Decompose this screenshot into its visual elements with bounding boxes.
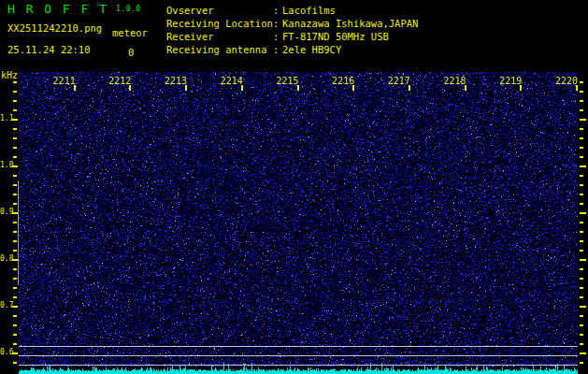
freq-minor-tick-right bbox=[580, 128, 583, 130]
freq-minor-tick-right bbox=[580, 240, 583, 242]
freq-minor-tick bbox=[13, 81, 17, 83]
freq-minor-tick bbox=[13, 100, 17, 102]
freq-minor-tick bbox=[13, 109, 17, 111]
freq-minor-tick bbox=[13, 296, 17, 298]
freq-minor-tick bbox=[13, 137, 17, 139]
freq-major-tick-right bbox=[580, 259, 586, 261]
hrofft-screen: H R O F F T 1.0.0 XX2511242210.png meteo… bbox=[0, 0, 588, 374]
freq-major-tick-right bbox=[580, 119, 586, 121]
time-tick-label: 2212 bbox=[103, 76, 131, 86]
time-tick bbox=[241, 85, 243, 91]
info-separator: : bbox=[273, 30, 282, 43]
info-separator: : bbox=[273, 43, 282, 56]
freq-minor-tick bbox=[13, 343, 17, 345]
info-value: Kanazawa Ishikawa,JAPAN bbox=[282, 17, 418, 30]
reference-line bbox=[19, 355, 578, 356]
mode-label: meteor bbox=[112, 28, 148, 39]
freq-minor-tick-right bbox=[580, 175, 583, 177]
freq-minor-tick-right bbox=[580, 91, 583, 93]
freq-minor-tick-right bbox=[580, 147, 583, 149]
info-row-antenna: Receiving antenna:2ele HB9CY bbox=[166, 43, 418, 56]
freq-minor-tick bbox=[13, 250, 17, 252]
freq-minor-tick-right bbox=[580, 343, 583, 345]
time-tick-label: 2211 bbox=[48, 76, 76, 86]
freq-major-tick bbox=[12, 165, 18, 167]
time-tick bbox=[465, 85, 466, 91]
freq-tick-label: 0.6 bbox=[0, 348, 12, 356]
time-tick-label: 2213 bbox=[159, 76, 187, 86]
freq-tick-label: 0.7 bbox=[0, 301, 12, 309]
freq-minor-tick bbox=[13, 128, 17, 130]
time-tick bbox=[576, 85, 578, 91]
freq-minor-tick bbox=[13, 278, 17, 280]
freq-major-tick-right bbox=[580, 306, 586, 308]
freq-minor-tick bbox=[13, 147, 17, 149]
time-tick-label: 2218 bbox=[438, 76, 466, 86]
freq-minor-tick bbox=[13, 203, 17, 205]
meteor-count: 0 bbox=[128, 48, 134, 59]
info-value: Lacofilms bbox=[282, 4, 336, 17]
time-tick bbox=[409, 85, 410, 91]
info-label: Receiving Location bbox=[166, 17, 273, 30]
freq-minor-tick-right bbox=[580, 184, 583, 186]
station-info: Ovserver:Lacofilms Receiving Location:Ka… bbox=[166, 4, 418, 56]
info-label: Receiving antenna bbox=[166, 43, 273, 56]
freq-minor-tick-right bbox=[580, 194, 583, 195]
freq-major-tick bbox=[12, 259, 18, 261]
freq-minor-tick-right bbox=[580, 296, 583, 298]
level-scale-line bbox=[18, 180, 19, 285]
freq-minor-tick-right bbox=[580, 156, 583, 158]
time-tick bbox=[129, 85, 131, 91]
info-label: Ovserver bbox=[166, 4, 273, 17]
info-row-receiver: Receiver:FT-817ND 50MHz USB bbox=[166, 30, 418, 43]
time-tick-label: 2216 bbox=[326, 76, 354, 86]
output-filename: XX2511242210.png bbox=[7, 23, 102, 35]
freq-minor-tick bbox=[13, 222, 17, 223]
freq-major-tick-right bbox=[580, 212, 586, 214]
reference-line bbox=[19, 365, 578, 366]
freq-minor-tick-right bbox=[580, 334, 583, 336]
time-tick bbox=[352, 85, 354, 91]
info-row-location: Receiving Location:Kanazawa Ishikawa,JAP… bbox=[166, 17, 418, 30]
freq-major-tick bbox=[12, 119, 18, 121]
freq-minor-tick bbox=[13, 324, 17, 326]
freq-minor-tick bbox=[13, 184, 17, 186]
freq-minor-tick bbox=[13, 194, 17, 195]
freq-minor-tick bbox=[13, 175, 17, 177]
freq-minor-tick-right bbox=[580, 81, 583, 83]
freq-major-tick bbox=[12, 306, 18, 308]
freq-minor-tick-right bbox=[580, 268, 583, 270]
freq-minor-tick-right bbox=[580, 250, 583, 252]
reference-line bbox=[19, 346, 578, 347]
time-tick-label: 2214 bbox=[215, 76, 243, 86]
app-version: 1.0.0 bbox=[116, 6, 141, 14]
freq-minor-tick-right bbox=[580, 203, 583, 205]
freq-minor-tick-right bbox=[580, 287, 583, 289]
time-tick-label: 2220 bbox=[550, 76, 578, 86]
freq-major-tick bbox=[12, 212, 18, 214]
freq-minor-tick bbox=[13, 231, 17, 233]
freq-minor-tick bbox=[13, 91, 17, 93]
freq-axis-unit: kHz bbox=[1, 70, 18, 80]
freq-minor-tick-right bbox=[580, 278, 583, 280]
freq-tick-label: 1.1 bbox=[0, 114, 12, 122]
freq-minor-tick-right bbox=[580, 315, 583, 317]
info-value: 2ele HB9CY bbox=[282, 43, 341, 56]
freq-minor-tick-right bbox=[580, 100, 583, 102]
freq-minor-tick bbox=[13, 156, 17, 158]
time-tick bbox=[185, 85, 187, 91]
freq-minor-tick bbox=[13, 287, 17, 289]
freq-minor-tick bbox=[13, 315, 17, 317]
info-separator: : bbox=[273, 17, 282, 30]
freq-tick-label: 0.9 bbox=[0, 208, 12, 216]
freq-minor-tick-right bbox=[580, 324, 583, 326]
time-tick-label: 2219 bbox=[494, 76, 522, 86]
freq-minor-tick bbox=[13, 334, 17, 336]
freq-minor-tick bbox=[13, 362, 17, 364]
freq-major-tick bbox=[12, 352, 18, 354]
info-separator: : bbox=[273, 4, 282, 17]
time-tick bbox=[520, 85, 522, 91]
spectrogram-canvas bbox=[19, 72, 578, 374]
freq-minor-tick-right bbox=[580, 231, 583, 233]
freq-tick-label: 1.0 bbox=[0, 161, 12, 169]
